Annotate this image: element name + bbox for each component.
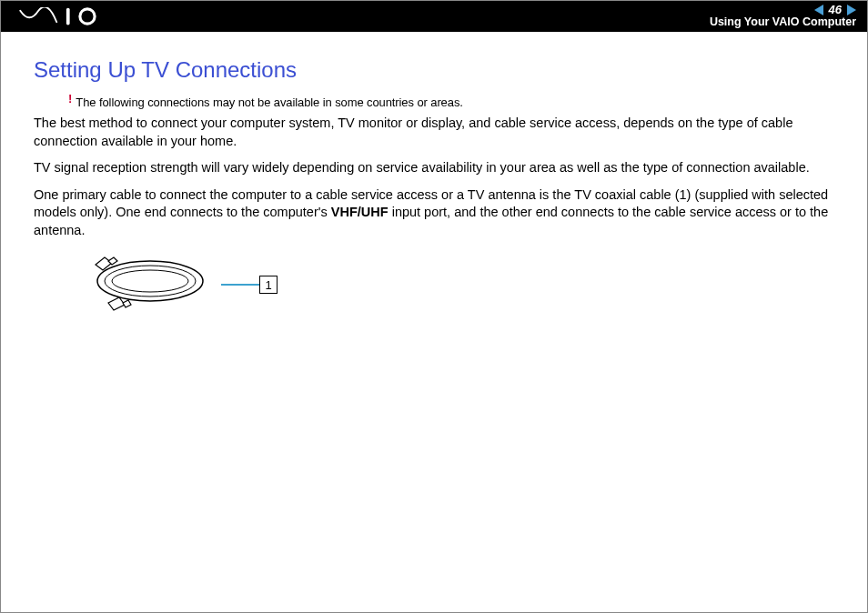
- warning-text: The following connections may not be ava…: [76, 95, 462, 109]
- paragraph-2: TV signal reception strength will vary w…: [34, 159, 834, 177]
- document-page: 46 Using Your VAIO Computer Setting Up T…: [0, 0, 868, 613]
- svg-point-2: [97, 261, 203, 301]
- header-right: 46 Using Your VAIO Computer: [710, 4, 856, 29]
- vaio-logo: [19, 7, 110, 25]
- paragraph-3: One primary cable to connect the compute…: [34, 186, 834, 240]
- svg-point-4: [112, 270, 188, 292]
- cable-illustration: 1: [68, 252, 834, 317]
- vaio-logo-svg: [19, 7, 110, 25]
- paragraph-1: The best method to connect your computer…: [34, 115, 834, 150]
- svg-point-1: [80, 9, 95, 24]
- vhf-uhf-bold: VHF/UHF: [331, 205, 389, 219]
- nav-prev-arrow-icon[interactable]: [814, 5, 823, 15]
- section-label: Using Your VAIO Computer: [710, 16, 856, 29]
- callout-leader-line: [221, 284, 259, 286]
- header-bar: 46 Using Your VAIO Computer: [1, 1, 867, 32]
- nav-next-arrow-icon[interactable]: [847, 5, 856, 15]
- callout-box: 1: [259, 276, 278, 294]
- warning-icon: !: [68, 92, 72, 106]
- warning-note: ! The following connections may not be a…: [68, 95, 834, 109]
- coax-cable-drawing: [68, 252, 223, 317]
- page-title: Setting Up TV Connections: [34, 57, 834, 83]
- content-area: Setting Up TV Connections ! The followin…: [1, 32, 867, 317]
- callout-number: 1: [265, 278, 271, 292]
- page-number: 46: [829, 4, 842, 16]
